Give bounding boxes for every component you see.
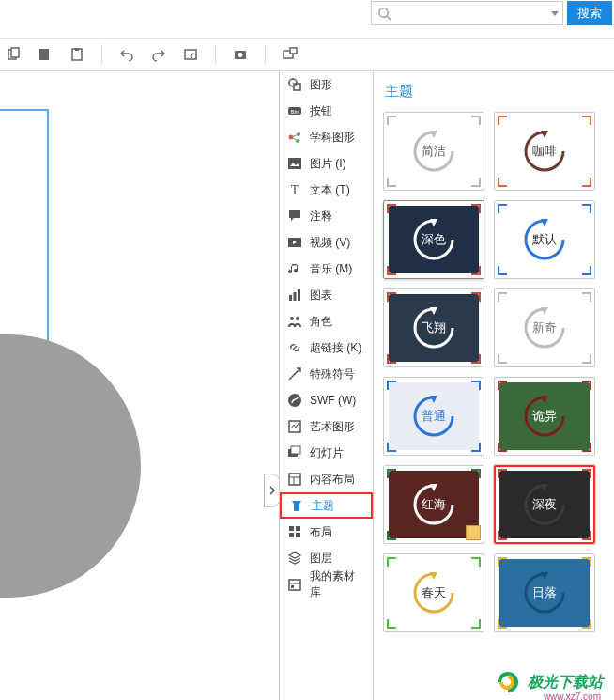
image-icon (287, 156, 302, 171)
svg-line-1 (387, 16, 391, 20)
svg-marker-48 (430, 219, 437, 226)
svg-rect-6 (75, 48, 79, 51)
dropdown-caret-icon[interactable] (551, 11, 559, 16)
redo-icon[interactable] (149, 45, 168, 64)
menu-item-music[interactable]: 音乐 (M) (280, 256, 373, 282)
svg-marker-57 (541, 572, 548, 580)
undo-icon[interactable] (117, 45, 136, 64)
watermark-url: www.xz7.com (544, 692, 601, 700)
toolbar (0, 38, 614, 71)
menu-item-label: 特殊符号 (310, 366, 355, 382)
panel-title: 主题 (377, 79, 610, 112)
music-icon (287, 261, 302, 276)
menu-item-grid[interactable]: 布局 (280, 519, 373, 545)
svg-marker-56 (430, 572, 437, 580)
menu-item-slides[interactable]: 幻灯片 (280, 440, 373, 466)
fullscreen-icon[interactable] (281, 45, 299, 64)
menu-item-image[interactable]: 图片 (I) (280, 150, 373, 177)
menu-item-people[interactable]: 角色 (280, 308, 373, 334)
theme-card[interactable]: 春天 (383, 553, 484, 632)
theme-label: 红海 (422, 496, 446, 513)
menu-item-label: 图层 (310, 551, 332, 567)
theme-card[interactable]: 默认 (494, 200, 595, 279)
svg-rect-45 (291, 585, 294, 588)
svg-rect-39 (289, 526, 294, 531)
paste-icon[interactable] (36, 45, 54, 64)
menu-item-comment[interactable]: 注释 (280, 203, 373, 229)
menu-item-label: 文本 (T) (310, 182, 350, 198)
menu-item-swf[interactable]: SWF (W) (280, 387, 373, 413)
menu-item-layers[interactable]: 图层 (280, 545, 373, 571)
svg-point-0 (379, 8, 388, 17)
svg-rect-28 (294, 292, 297, 301)
theme-label: 深夜 (532, 496, 557, 513)
search-button[interactable]: 搜索 (567, 1, 612, 25)
theme-card[interactable]: 深夜 (494, 465, 595, 544)
history-icon[interactable] (181, 45, 200, 64)
menu-item-subject[interactable]: 学科图形 (280, 124, 373, 150)
video-icon (287, 235, 302, 250)
menu-item-theme[interactable]: 主题 (280, 492, 373, 519)
menu-item-link[interactable]: 超链接 (K) (280, 334, 373, 361)
theme-card[interactable]: 飞翔 (383, 288, 484, 367)
svg-text:T: T (291, 183, 299, 197)
canvas-area[interactable] (0, 71, 279, 700)
menu-item-label: SWF (W) (310, 394, 356, 407)
canvas-shape[interactable] (0, 334, 141, 598)
menu-item-label: 内容布局 (310, 472, 355, 488)
menu-item-library[interactable]: 我的素材库 (280, 571, 373, 598)
menu-item-label: 图片 (I) (310, 156, 346, 172)
menu-item-text[interactable]: T文本 (T) (280, 177, 373, 203)
menu-item-special[interactable]: 特殊符号 (280, 361, 373, 387)
clipboard-icon[interactable] (68, 45, 86, 64)
chevron-right-icon (269, 485, 276, 496)
menu-item-label: 幻灯片 (310, 445, 344, 461)
menu-item-layout[interactable]: 内容布局 (280, 466, 373, 492)
theme-card[interactable]: 新奇 (494, 288, 595, 367)
separator (215, 44, 216, 65)
menu-item-shapes[interactable]: 图形 (280, 71, 373, 98)
svg-rect-43 (289, 580, 300, 590)
search-input[interactable] (371, 1, 563, 25)
svg-point-30 (290, 317, 294, 320)
menu-item-label: 布局 (310, 524, 332, 540)
svg-marker-55 (541, 484, 548, 491)
watermark-brand: 极光下载站 (528, 673, 603, 692)
theme-card[interactable]: 普通 (383, 377, 484, 456)
svg-rect-4 (39, 49, 49, 60)
theme-label: 春天 (422, 584, 446, 601)
theme-label: 诡异 (532, 408, 557, 425)
shapes-icon (287, 77, 302, 92)
theme-card[interactable]: 诡异 (494, 377, 595, 456)
insert-menu: 图形Btn按钮学科图形图片 (I)T文本 (T)注释视频 (V)音乐 (M)图表… (280, 71, 374, 700)
menu-item-chart[interactable]: 图表 (280, 282, 373, 308)
library-icon (287, 577, 302, 592)
grid-icon (287, 524, 302, 539)
svg-point-32 (288, 394, 301, 407)
theme-card[interactable]: 深色 (383, 200, 484, 279)
svg-text:Btn: Btn (290, 109, 299, 115)
search-icon (377, 7, 391, 21)
menu-item-btn[interactable]: Btn按钮 (280, 98, 373, 124)
theme-card[interactable]: 咖啡 (494, 112, 595, 191)
svg-marker-52 (430, 396, 437, 403)
menu-item-label: 我的素材库 (310, 568, 365, 600)
theme-card[interactable]: 红海 (383, 465, 484, 544)
theme-card[interactable]: 日落 (494, 553, 595, 632)
theme-label: 深色 (422, 231, 446, 248)
svg-rect-41 (289, 533, 294, 537)
camera-icon[interactable] (231, 45, 250, 64)
panel-collapse-handle[interactable] (264, 474, 279, 507)
svg-marker-46 (430, 131, 437, 138)
text-icon: T (287, 182, 302, 197)
copy-icon[interactable] (4, 45, 23, 64)
svg-rect-27 (289, 295, 292, 301)
menu-item-video[interactable]: 视频 (V) (280, 229, 373, 256)
layout-icon (287, 472, 302, 487)
svg-marker-51 (541, 307, 548, 315)
theme-label: 咖啡 (532, 143, 557, 160)
menu-item-art[interactable]: 艺术图形 (280, 413, 373, 440)
theme-card[interactable]: 简洁 (383, 112, 484, 191)
svg-rect-12 (290, 48, 297, 54)
menu-item-label: 音乐 (M) (310, 261, 352, 277)
